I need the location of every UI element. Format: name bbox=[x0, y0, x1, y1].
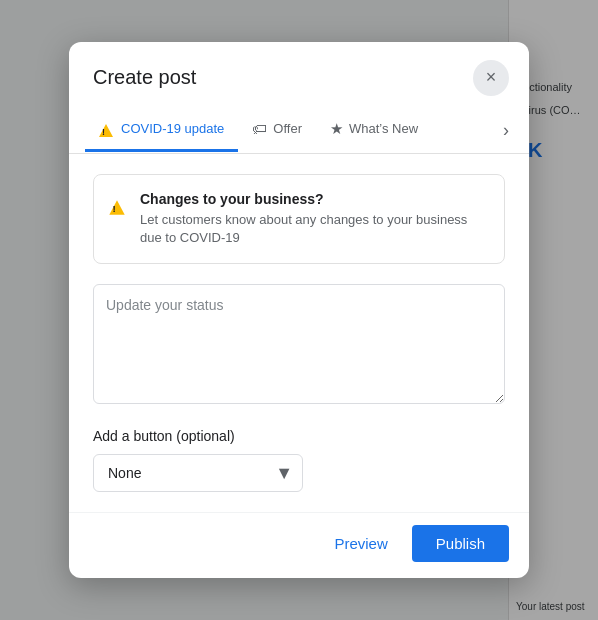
status-textarea[interactable] bbox=[93, 284, 505, 404]
button-section-label: Add a button (optional) bbox=[93, 428, 505, 444]
dialog-footer: Preview Publish bbox=[69, 512, 529, 578]
close-button[interactable]: × bbox=[473, 60, 509, 96]
tab-covid-label: COVID-19 update bbox=[121, 121, 224, 136]
tab-offer-label: Offer bbox=[273, 121, 302, 136]
info-card: Changes to your business? Let customers … bbox=[93, 174, 505, 264]
tab-covid-update[interactable]: COVID-19 update bbox=[85, 109, 238, 152]
tab-whats-new-label: What’s New bbox=[349, 121, 418, 136]
info-card-content: Changes to your business? Let customers … bbox=[140, 191, 488, 247]
info-card-description: Let customers know about any changes to … bbox=[140, 211, 488, 247]
create-post-dialog: Create post × COVID-19 update 🏷 Offer ★ … bbox=[69, 42, 529, 578]
covid-warning-icon bbox=[99, 121, 115, 137]
publish-button[interactable]: Publish bbox=[412, 525, 509, 562]
info-card-warning-icon bbox=[110, 193, 126, 219]
dialog-header: Create post × bbox=[69, 42, 529, 96]
tabs-chevron-icon[interactable]: › bbox=[499, 112, 513, 149]
tab-offer[interactable]: 🏷 Offer bbox=[238, 108, 316, 152]
dialog-title: Create post bbox=[93, 66, 196, 89]
tabs-container: COVID-19 update 🏷 Offer ★ What’s New › bbox=[69, 108, 529, 154]
dialog-body: Changes to your business? Let customers … bbox=[69, 154, 529, 512]
button-select[interactable]: None Book Order online Buy Learn more Si… bbox=[93, 454, 303, 492]
tag-icon: 🏷 bbox=[252, 120, 267, 137]
info-card-title: Changes to your business? bbox=[140, 191, 488, 207]
triangle-icon bbox=[99, 124, 113, 137]
button-select-wrapper: None Book Order online Buy Learn more Si… bbox=[93, 454, 303, 492]
preview-button[interactable]: Preview bbox=[318, 525, 403, 562]
star-icon: ★ bbox=[330, 120, 343, 138]
info-triangle-icon bbox=[109, 200, 124, 214]
tab-whats-new[interactable]: ★ What’s New bbox=[316, 108, 432, 153]
